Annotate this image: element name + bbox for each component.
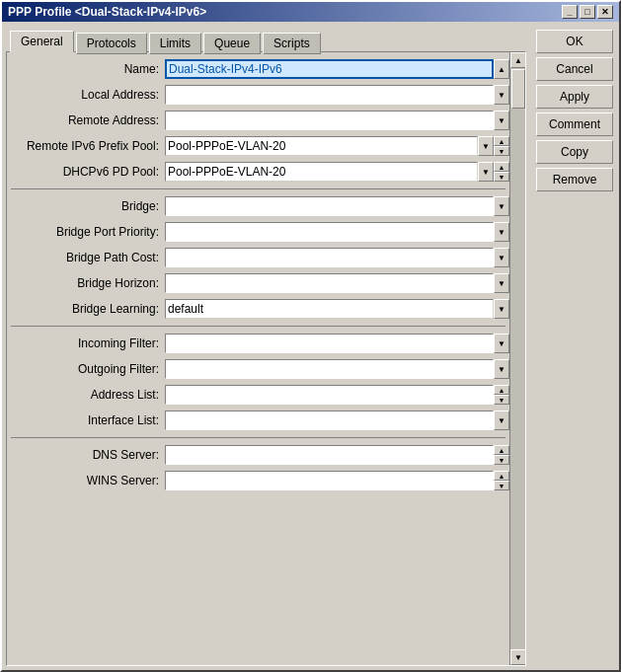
label-remote-address: Remote Address: [7,113,165,127]
close-button[interactable]: ✕ [597,5,613,19]
row-remote-ipv6-prefix-pool: Remote IPv6 Prefix Pool: Pool-PPPoE-VLAN… [7,135,509,157]
dhcpv6-pd-pool-display: Pool-PPPoE-VLAN-20 [165,162,478,182]
apply-button[interactable]: Apply [536,85,613,109]
incoming-filter-input[interactable] [165,334,494,353]
row-remote-address: Remote Address: ▼ [7,110,509,131]
scroll-down-button[interactable]: ▼ [510,649,525,665]
address-list-arrows: ▲ ▼ [494,385,509,405]
label-wins-server: WINS Server: [7,474,165,487]
row-bridge-learning: Bridge Learning: default ▼ [7,298,509,320]
address-list-wrapper: ▲ ▼ [165,385,509,405]
label-incoming-filter: Incoming Filter: [7,336,165,350]
row-bridge-path-cost: Bridge Path Cost: ▼ [7,247,509,268]
row-wins-server: WINS Server: ▲ ▼ [7,470,509,491]
remote-ipv6-prefix-pool-value: Pool-PPPoE-VLAN-20 [168,139,285,153]
dns-server-down[interactable]: ▼ [494,455,509,465]
dns-server-input[interactable] [165,445,494,465]
cancel-button[interactable]: Cancel [536,57,613,81]
bridge-horizon-input[interactable] [165,273,494,293]
local-address-dropdown[interactable]: ▼ [494,85,509,105]
interface-list-wrapper: ▼ [165,411,509,430]
dhcpv6-pd-pool-wrapper: Pool-PPPoE-VLAN-20 ▼ ▲ ▼ [165,162,509,182]
tab-bar: General Protocols Limits Queue Scripts [6,26,526,51]
remote-ipv6-prefix-pool-display: Pool-PPPoE-VLAN-20 [165,136,478,156]
window-title: PPP Profile <Dual-Stack-IPv4-IPv6> [8,5,206,19]
label-bridge: Bridge: [7,199,165,213]
outgoing-filter-input[interactable] [165,359,494,379]
address-list-up[interactable]: ▲ [494,385,509,395]
minimize-button[interactable]: _ [562,5,578,19]
interface-list-dropdown[interactable]: ▼ [494,411,509,430]
remote-ipv6-prefix-pool-up[interactable]: ▲ [494,136,509,146]
separator-3 [11,437,505,438]
bridge-learning-dropdown[interactable]: ▼ [494,299,509,319]
maximize-button[interactable]: □ [580,5,595,19]
comment-button[interactable]: Comment [536,112,613,136]
outgoing-filter-dropdown[interactable]: ▼ [494,359,509,379]
remote-address-input[interactable] [165,111,494,130]
dhcpv6-pd-pool-up[interactable]: ▲ [494,162,509,172]
dhcpv6-pd-pool-down[interactable]: ▼ [494,172,509,182]
wins-server-arrows: ▲ ▼ [494,471,509,490]
bridge-port-priority-input[interactable] [165,222,494,242]
separator-1 [11,188,505,189]
row-outgoing-filter: Outgoing Filter: ▼ [7,358,509,380]
title-bar: PPP Profile <Dual-Stack-IPv4-IPv6> _ □ ✕ [2,2,619,22]
local-address-input[interactable] [165,85,494,105]
tab-scripts[interactable]: Scripts [263,33,321,54]
wins-server-wrapper: ▲ ▼ [165,471,509,490]
address-list-down[interactable]: ▼ [494,395,509,405]
remote-ipv6-prefix-pool-arrows: ▲ ▼ [494,136,509,156]
label-dns-server: DNS Server: [7,448,165,462]
incoming-filter-dropdown[interactable]: ▼ [494,334,509,353]
name-input[interactable] [165,59,494,79]
row-bridge: Bridge: ▼ [7,195,509,217]
dhcpv6-pd-pool-dropdown[interactable]: ▼ [478,162,494,182]
bridge-port-priority-dropdown[interactable]: ▼ [494,222,509,242]
scroll-thumb[interactable] [511,69,525,109]
dns-server-arrows: ▲ ▼ [494,445,509,465]
row-bridge-horizon: Bridge Horizon: ▼ [7,272,509,294]
name-scroll-up[interactable]: ▲ [494,59,509,79]
scrollbar: ▲ ▼ [509,52,525,665]
bridge-learning-value: default [168,302,203,316]
form-area: Name: ▲ Local Address: ▼ [6,51,526,666]
tab-general[interactable]: General [10,31,74,52]
copy-button[interactable]: Copy [536,140,613,164]
label-dhcpv6-pd-pool: DHCPv6 PD Pool: [7,165,165,179]
wins-server-input[interactable] [165,471,494,490]
form-section: Name: ▲ Local Address: ▼ [7,52,525,665]
label-remote-ipv6-prefix-pool: Remote IPv6 Prefix Pool: [7,139,165,153]
label-bridge-learning: Bridge Learning: [7,302,165,316]
bridge-path-cost-input[interactable] [165,248,494,267]
label-bridge-path-cost: Bridge Path Cost: [7,251,165,264]
row-name: Name: ▲ [7,58,509,80]
label-outgoing-filter: Outgoing Filter: [7,362,165,376]
wins-server-up[interactable]: ▲ [494,471,509,481]
ok-button[interactable]: OK [536,30,613,53]
label-bridge-horizon: Bridge Horizon: [7,276,165,290]
title-bar-buttons: _ □ ✕ [562,5,613,19]
scroll-track[interactable] [510,68,525,649]
separator-2 [11,326,505,327]
bridge-horizon-dropdown[interactable]: ▼ [494,273,509,293]
scroll-up-button[interactable]: ▲ [510,52,525,68]
remote-ipv6-prefix-pool-down[interactable]: ▼ [494,146,509,156]
tab-limits[interactable]: Limits [149,33,201,54]
row-address-list: Address List: ▲ ▼ [7,384,509,406]
address-list-input[interactable] [165,385,494,405]
bridge-path-cost-dropdown[interactable]: ▼ [494,248,509,267]
wins-server-down[interactable]: ▼ [494,481,509,490]
form-content: Name: ▲ Local Address: ▼ [7,52,509,665]
remote-address-dropdown[interactable]: ▼ [494,111,509,130]
bridge-dropdown[interactable]: ▼ [494,196,509,216]
tab-protocols[interactable]: Protocols [76,33,147,54]
dns-server-up[interactable]: ▲ [494,445,509,455]
remove-button[interactable]: Remove [536,168,613,191]
bridge-input[interactable] [165,196,494,216]
tab-queue[interactable]: Queue [203,33,261,54]
remote-ipv6-prefix-pool-dropdown[interactable]: ▼ [478,136,494,156]
remote-ipv6-prefix-pool-wrapper: Pool-PPPoE-VLAN-20 ▼ ▲ ▼ [165,136,509,156]
interface-list-input[interactable] [165,411,494,430]
bridge-learning-wrapper: default ▼ [165,299,509,319]
